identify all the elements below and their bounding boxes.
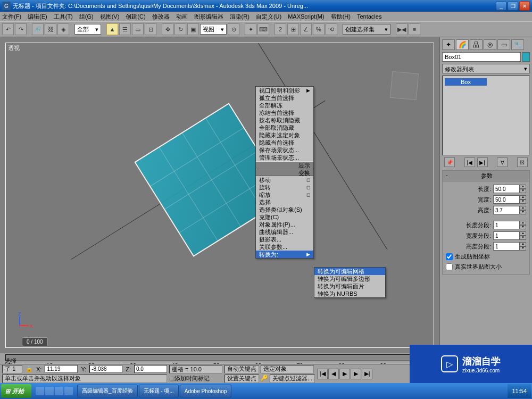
play-button[interactable]: ▶ (339, 369, 350, 379)
ctx-sub-item[interactable]: 转换为可编辑面片 (314, 282, 385, 290)
goto-end-button[interactable]: ▶| (362, 369, 372, 379)
setkey-button[interactable]: 设置关键点 (225, 375, 259, 383)
modifier-list-dropdown[interactable]: 修改器列表▾ (442, 64, 530, 73)
align-button[interactable]: ≡ (409, 23, 420, 35)
key-mode-dropdown[interactable]: 选定对象 (261, 365, 314, 373)
maximize-button[interactable]: ❐ (508, 1, 518, 11)
ctx-item[interactable]: 隐藏当前选择 (256, 139, 313, 146)
keyboard-shortcut-button[interactable]: ⌨ (257, 23, 269, 35)
select-button[interactable]: ▲ (106, 23, 118, 35)
ctx-item[interactable]: 全部解冻 (256, 102, 313, 109)
ql-icon[interactable] (55, 387, 63, 395)
x-input[interactable] (45, 365, 78, 373)
width-input[interactable] (493, 195, 520, 204)
length-spinner[interactable]: ▲▼ (520, 185, 526, 193)
ctx-item[interactable]: 隐藏未选定对象 (256, 131, 313, 139)
hseg-input[interactable] (493, 242, 520, 251)
snaps-button[interactable]: ⊞ (287, 23, 299, 35)
object-color-swatch[interactable] (522, 52, 530, 62)
ref-coord-dropdown[interactable]: 视图▾ (200, 24, 227, 35)
configure-sets-button[interactable]: ☒ (517, 157, 528, 167)
named-selection-dropdown[interactable]: 创建选择集▾ (343, 24, 390, 35)
z-input[interactable] (134, 365, 167, 373)
menu-item[interactable]: 修改器 (152, 13, 170, 21)
menu-item[interactable]: 视图(V) (100, 13, 120, 21)
autokey-button[interactable]: 自动关键点 (225, 365, 259, 373)
hseg-spinner[interactable]: ▲▼ (520, 242, 526, 251)
ctx-item[interactable]: 移动◻ (256, 176, 313, 184)
real-world-checkbox[interactable] (446, 263, 453, 270)
ctx-item[interactable]: 冻结当前选择 (256, 109, 313, 117)
ctx-item[interactable]: 保存场景状态... (256, 146, 313, 154)
height-spinner[interactable]: ▲▼ (520, 206, 526, 214)
menu-item[interactable]: 编辑(E) (28, 13, 47, 21)
pin-stack-button[interactable]: 📌 (444, 157, 455, 167)
close-button[interactable]: ✕ (519, 1, 530, 11)
add-time-tag[interactable]: 添加时间标记 (174, 375, 210, 381)
rollout-header[interactable]: -参数 (443, 171, 529, 181)
bind-button[interactable]: ◈ (57, 23, 69, 35)
ctx-sub-item[interactable]: 转换为可编辑多边形 (314, 275, 385, 282)
percent-snap-button[interactable]: % (313, 23, 325, 35)
menu-item[interactable]: 创建(C) (126, 13, 145, 21)
modifier-stack[interactable]: Box (442, 76, 530, 155)
window-crossing-button[interactable]: ⊡ (145, 23, 156, 35)
spinner-snap-button[interactable]: ⟲ (326, 23, 337, 35)
key-filters-button[interactable]: 关键点过滤器... (270, 375, 315, 383)
width-spinner[interactable]: ▲▼ (520, 195, 526, 204)
ctx-item[interactable]: 旋转◻ (256, 184, 313, 191)
ctx-item[interactable]: 缩放◻ (256, 191, 313, 198)
ctx-item[interactable]: 全部取消隐藏 (256, 124, 313, 131)
show-end-result-button[interactable]: |◀ (464, 157, 475, 167)
make-unique-button[interactable]: ▶| (477, 157, 488, 167)
ctx-item[interactable]: 克隆(C) (256, 213, 313, 221)
frame-counter[interactable]: 0 / 100 (22, 337, 48, 346)
perspective-viewport[interactable]: 透视 0 / 100 (5, 43, 434, 348)
ql-icon[interactable] (36, 387, 44, 395)
move-button[interactable]: ✥ (162, 23, 173, 35)
ctx-item[interactable]: 选择 (256, 198, 313, 206)
system-tray[interactable]: 11:54 (508, 384, 531, 398)
pivot-button[interactable]: ⊙ (228, 23, 239, 35)
key-icon[interactable]: 🔑 (261, 375, 268, 383)
rotate-button[interactable]: ↻ (174, 23, 186, 35)
ctx-item[interactable]: 孤立当前选择 (256, 94, 313, 102)
ctx-item[interactable]: 选择类似对象(S) (256, 206, 313, 213)
menu-item[interactable]: 图形编辑器 (194, 13, 223, 21)
goto-start-button[interactable]: |◀ (317, 369, 328, 379)
unlink-button[interactable]: ⛓ (45, 23, 56, 35)
ctx-item[interactable]: 管理场景状态... (256, 154, 313, 161)
hierarchy-tab[interactable]: 品 (470, 39, 483, 50)
menu-item[interactable]: Tentacles (357, 13, 381, 20)
menu-item[interactable]: 文件(F) (2, 13, 21, 21)
ctx-item[interactable]: 按名称取消隐藏 (256, 117, 313, 124)
menu-item[interactable]: MAXScript(M) (288, 13, 324, 20)
menu-item[interactable]: 动画 (176, 13, 188, 21)
mirror-button[interactable]: ▶◀ (396, 23, 408, 35)
ctx-item[interactable]: 关联参数... (256, 243, 313, 251)
ctx-item[interactable]: 曲线编辑器... (256, 228, 313, 236)
minimize-button[interactable]: _ (496, 1, 506, 11)
select-by-name-button[interactable]: ☰ (119, 23, 131, 35)
prev-frame-button[interactable]: ◀ (328, 369, 339, 379)
snap-2d-button[interactable]: 2 (275, 23, 286, 35)
cube-icon[interactable]: ⬚ (169, 375, 174, 381)
selection-filter-dropdown[interactable]: 全部▾ (74, 24, 101, 35)
ql-icon[interactable] (64, 387, 73, 395)
ql-icon[interactable] (45, 387, 54, 395)
lock-icon[interactable]: 🔒 (26, 365, 33, 372)
utilities-tab[interactable]: 🔧 (511, 39, 524, 50)
next-frame-button[interactable]: ▶ (351, 369, 361, 379)
stack-item-box[interactable]: Box (445, 78, 487, 86)
menu-item[interactable]: 渲染(R) (230, 13, 250, 21)
create-tab[interactable]: ✦ (442, 39, 455, 50)
undo-button[interactable]: ↶ (2, 23, 14, 35)
ctx-sub-item[interactable]: 转换为 NURBS (314, 290, 385, 297)
scale-button[interactable]: ▣ (187, 23, 199, 35)
wseg-input[interactable] (493, 231, 520, 240)
menu-item[interactable]: 帮助(H) (331, 13, 351, 21)
ctx-item[interactable]: 转换为:▶ (256, 251, 313, 258)
remove-modifier-button[interactable]: ∀ (497, 157, 508, 167)
manipulate-button[interactable]: ✦ (245, 23, 256, 35)
height-input[interactable] (493, 206, 520, 214)
